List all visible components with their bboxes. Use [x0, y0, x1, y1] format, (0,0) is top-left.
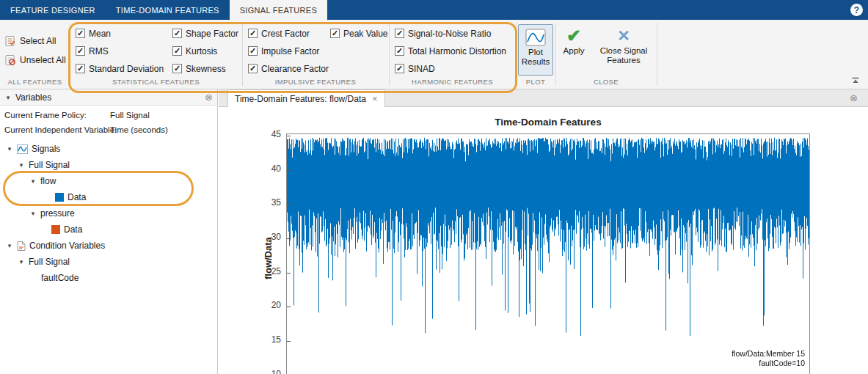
tree-item-full-signal-2[interactable]: ▾ Full Signal: [0, 254, 217, 270]
checkbox-checked-icon: ✓: [172, 29, 182, 38]
checkbox-label: Clearance Factor: [261, 64, 329, 74]
collapse-toolstrip-icon[interactable]: [850, 76, 861, 86]
expander-icon[interactable]: ▾: [29, 177, 37, 185]
checkbox-mean[interactable]: ✓Mean: [76, 28, 164, 39]
document-panel-options-icon[interactable]: ⊗: [850, 93, 858, 103]
tab-close-icon[interactable]: ×: [372, 93, 378, 104]
y-tick-label: 25: [257, 266, 281, 276]
frame-policy-row: Current Frame Policy: Full Signal: [0, 108, 217, 122]
checkbox-label: Peak Value: [343, 29, 388, 39]
checkbox-checked-icon: ✓: [76, 64, 85, 73]
tree-item-signals[interactable]: ▾ Signals: [0, 141, 217, 157]
tree-item-flow[interactable]: ▾ flow: [0, 173, 217, 189]
select-all-button[interactable]: Select All: [4, 34, 56, 48]
plot-results-button[interactable]: Plot Results: [518, 24, 553, 76]
document-tab-bar: Time-Domain Features: flow/Data × ⊗: [219, 89, 868, 107]
tab-signal-features[interactable]: SIGNAL FEATURES: [230, 0, 327, 20]
expander-icon[interactable]: ▾: [18, 258, 25, 265]
checkbox-kurtosis[interactable]: ✓Kurtosis: [172, 45, 238, 56]
help-icon[interactable]: ?: [850, 4, 863, 16]
y-tick-label: 20: [257, 300, 281, 310]
tree-label: Data: [64, 224, 82, 235]
independent-variable-row: Current Independent Variable: Time (seco…: [0, 122, 217, 137]
collapse-panel-arrow-icon[interactable]: ▾: [4, 94, 12, 101]
tree-item-pressure-data[interactable]: Data: [0, 221, 217, 238]
tree-label: flow: [40, 176, 56, 186]
checkbox-sinad[interactable]: ✓SINAD: [395, 63, 506, 74]
statistical-features-col2: ✓Shape Factor ✓Kurtosis ✓Skewness: [172, 28, 238, 74]
document-tab-time-domain-features[interactable]: Time-Domain Features: flow/Data ×: [227, 89, 385, 107]
checkbox-crest-factor[interactable]: ✓Crest Factor: [248, 28, 329, 39]
checkbox-shape-factor[interactable]: ✓Shape Factor: [172, 28, 238, 39]
document-tab-label: Time-Domain Features: flow/Data: [235, 94, 366, 104]
checkbox-checked-icon: ✓: [172, 46, 182, 56]
tree-item-full-signal[interactable]: ▾ Full Signal: [0, 157, 217, 173]
section-divider: [70, 23, 70, 86]
tree-label: Signals: [32, 144, 60, 154]
checkbox-label: Kurtosis: [186, 46, 217, 56]
expander-icon[interactable]: ▾: [29, 210, 37, 217]
tree-item-condition-variables[interactable]: ▾ Condition Variables: [0, 238, 217, 254]
checkbox-checked-icon: ✓: [76, 29, 85, 38]
apply-button[interactable]: ✔ Apply: [558, 26, 590, 56]
y-tick-label: 40: [257, 164, 281, 174]
impulsive-features-col2: ✓Peak Value: [330, 28, 388, 39]
checkbox-checked-icon: ✓: [395, 64, 404, 73]
checkbox-rms[interactable]: ✓RMS: [76, 45, 164, 56]
unselect-all-button[interactable]: Unselect All: [4, 54, 66, 67]
checkbox-impulse-factor[interactable]: ✓Impulse Factor: [248, 45, 329, 56]
signal-plot-canvas: [287, 134, 809, 374]
checkbox-label: Crest Factor: [261, 29, 310, 39]
variables-tree: ▾ Signals ▾ Full Signal ▾ flow Data ▾ pr…: [0, 141, 217, 374]
tab-time-domain-features[interactable]: TIME-DOMAIN FEATURES: [106, 0, 230, 20]
plot-area: Time-Domain Features flow/Data 454035302…: [219, 107, 868, 374]
checkbox-clearance-factor[interactable]: ✓Clearance Factor: [248, 63, 329, 74]
checkbox-label: SINAD: [408, 64, 435, 74]
checkbox-skewness[interactable]: ✓Skewness: [172, 63, 238, 74]
checkbox-signal-to-noise-ratio[interactable]: ✓Signal-to-Noise Ratio: [395, 28, 506, 39]
variables-panel-header: ▾ Variables ⊗: [0, 89, 217, 106]
y-tick-label: 45: [257, 129, 281, 139]
tab-feature-designer[interactable]: FEATURE DESIGNER: [0, 0, 106, 20]
section-label-close: CLOSE: [555, 78, 657, 86]
plot-annotations: flow/Data:Member 15 faultCode=10: [286, 349, 805, 368]
apply-label: Apply: [564, 46, 585, 56]
y-tick-label: 35: [257, 197, 281, 208]
tree-item-faultcode[interactable]: faultCode: [0, 270, 217, 286]
section-label-harmonic: HARMONIC FEATURES: [389, 78, 516, 86]
panel-close-icon[interactable]: ⊗: [205, 92, 213, 102]
section-divider: [389, 23, 390, 86]
tree-item-pressure[interactable]: ▾ pressure: [0, 205, 217, 221]
unselect-all-label: Unselect All: [20, 55, 66, 65]
flow-data-swatch-icon: [55, 193, 64, 202]
variables-panel: ▾ Variables ⊗ Current Frame Policy: Full…: [0, 89, 218, 374]
select-all-icon: [4, 35, 16, 47]
checkbox-checked-icon: ✓: [172, 64, 182, 73]
plot-results-icon: [525, 29, 546, 46]
plot-title: Time-Domain Features: [286, 117, 810, 128]
section-label-impulsive: IMPULSIVE FEATURES: [242, 78, 389, 86]
plot-box: [286, 133, 810, 374]
checkbox-label: Skewness: [186, 64, 226, 74]
close-x-icon: ✕: [617, 26, 630, 45]
help-glyph: ?: [854, 5, 859, 15]
expander-icon[interactable]: ▾: [6, 145, 13, 153]
checkbox-total-harmonic-distortion[interactable]: ✓Total Harmonic Distortion: [395, 45, 506, 56]
checkbox-label: Impulse Factor: [261, 46, 319, 56]
expander-icon[interactable]: ▾: [6, 242, 13, 249]
legend-line-member: flow/Data:Member 15: [286, 349, 805, 359]
checkbox-standard-deviation[interactable]: ✓Standard Deviation: [76, 63, 164, 74]
checkbox-peak-value[interactable]: ✓Peak Value: [330, 28, 388, 39]
tree-item-flow-data[interactable]: Data: [0, 189, 217, 205]
unselect-all-icon: [4, 54, 16, 66]
toolstrip-ribbon: Select All Unselect All ALL FEATURES ✓Me…: [0, 20, 868, 89]
expander-icon[interactable]: ▾: [18, 161, 25, 169]
checkbox-checked-icon: ✓: [248, 29, 258, 38]
close-signal-features-button[interactable]: ✕ Close Signal Features: [594, 26, 653, 65]
section-divider: [555, 23, 556, 86]
harmonic-features-col1: ✓Signal-to-Noise Ratio ✓Total Harmonic D…: [395, 28, 506, 74]
frame-policy-value: Full Signal: [110, 108, 150, 122]
checkbox-label: RMS: [89, 46, 109, 56]
signals-icon: [17, 144, 28, 154]
section-label-plot: PLOT: [516, 78, 555, 86]
